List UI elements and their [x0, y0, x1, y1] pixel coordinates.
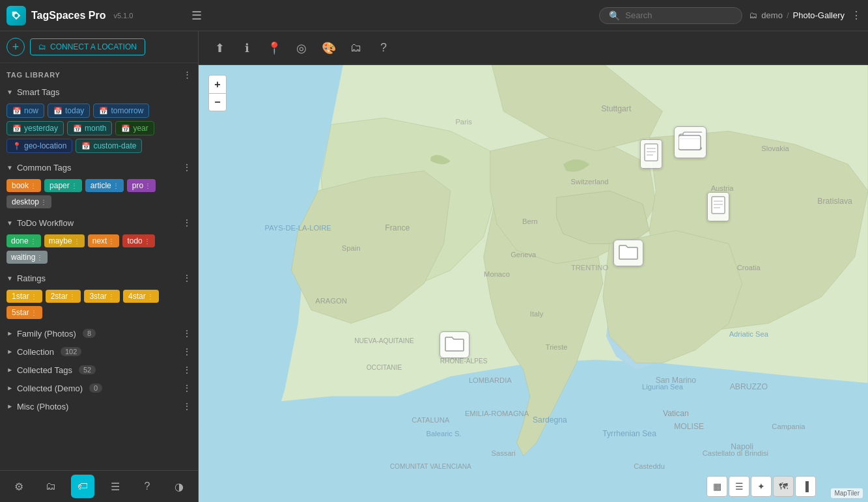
smart-tags-label: Smart Tags [17, 87, 60, 97]
misc-photos-menu-button[interactable]: ⋮ [182, 401, 191, 411]
settings-tab[interactable]: ⚙ [7, 475, 31, 498]
help-button[interactable]: ? [372, 36, 395, 60]
svg-rect-45 [712, 197, 725, 214]
breadcrumb-root[interactable]: demo [761, 10, 783, 20]
todo-workflow-section-header[interactable]: ▼ ToDo Workflow ⋮ [0, 214, 198, 232]
folder-tab[interactable]: 🗂 [39, 475, 63, 498]
collected-tags-chevron-icon: ▼ [6, 367, 13, 373]
folder-button[interactable]: 🗂 [344, 36, 368, 60]
sidebar-scroll: ▼ Smart Tags 📅now 📅today 📅tomorrow 📅yest… [0, 83, 198, 470]
search-bar: 🔍 [599, 7, 742, 24]
upload-button[interactable]: ⬆ [208, 36, 231, 60]
grid-view-button[interactable]: ▦ [707, 476, 727, 497]
map-container[interactable]: France Italy Spain Switzerland Austria C… [199, 65, 868, 502]
gallery-view-button[interactable]: ▐ [795, 476, 816, 497]
palette-button[interactable]: 🎨 [317, 36, 341, 60]
tag-waiting[interactable]: waiting ⋮ [7, 251, 48, 264]
section-misc-photos[interactable]: ▼ Misc (Photos) ⋮ [0, 397, 198, 415]
search-input[interactable] [625, 10, 733, 20]
list-tab[interactable]: ☰ [104, 475, 127, 498]
collection-count: 102 [61, 347, 81, 356]
target-button[interactable]: ◎ [290, 36, 313, 60]
tag-maybe[interactable]: maybe ⋮ [44, 234, 85, 247]
map-marker-cluster-1[interactable] [674, 126, 707, 158]
connect-location-button[interactable]: 🗂 CONNECT A LOCATION [30, 38, 145, 55]
tag-geo-location[interactable]: 📍geo-location [7, 139, 72, 153]
info-button[interactable]: ℹ [235, 36, 259, 60]
todo-workflow-menu-button[interactable]: ⋮ [182, 217, 191, 228]
location-button[interactable]: 📍 [262, 36, 286, 60]
map-zoom-out-button[interactable]: − [208, 93, 227, 111]
map-zoom-in-button[interactable]: + [208, 75, 227, 93]
map-marker-file-2[interactable] [707, 192, 729, 221]
tag-done[interactable]: done ⋮ [7, 234, 41, 247]
tag-yesterday[interactable]: 📅yesterday [7, 121, 64, 135]
section-collected-demo[interactable]: ▼ Collected (Demo) 0 ⋮ [0, 379, 198, 397]
ratings-section-header[interactable]: ▼ Ratings ⋮ [0, 269, 198, 287]
tag-next[interactable]: next ⋮ [88, 234, 120, 247]
sidebar-actions: + 🗂 CONNECT A LOCATION [0, 31, 198, 63]
tag-todo[interactable]: todo ⋮ [122, 234, 154, 247]
section-family-photos[interactable]: ▼ Family (Photos) 8 ⋮ [0, 324, 198, 342]
tag-5star[interactable]: 5star ⋮ [7, 306, 42, 319]
svg-text:Vatican: Vatican [663, 409, 689, 418]
tag-article[interactable]: article ⋮ [85, 179, 124, 192]
app-name: TagSpaces Pro [31, 10, 105, 21]
svg-text:Adriatic Sea: Adriatic Sea [729, 330, 769, 338]
svg-rect-43 [679, 135, 701, 150]
map-background: France Italy Spain Switzerland Austria C… [199, 65, 868, 502]
svg-text:Switzerland: Switzerland [571, 178, 609, 186]
add-button[interactable]: + [7, 38, 25, 56]
tag-3star[interactable]: 3star ⋮ [84, 290, 120, 303]
sidebar-toggle-button[interactable]: ☰ [189, 6, 204, 25]
svg-text:France: France [385, 223, 410, 232]
section-collected-tags[interactable]: ▼ Collected Tags 52 ⋮ [0, 361, 198, 379]
map-marker-folder-1[interactable] [613, 240, 643, 266]
tag-library-menu-button[interactable]: ⋮ [183, 70, 191, 79]
tag-today[interactable]: 📅today [48, 104, 90, 118]
tag-year[interactable]: 📅year [115, 121, 154, 135]
tag-custom-date[interactable]: 📅custom-date [76, 139, 142, 153]
map-view-button[interactable]: 🗺 [773, 476, 794, 497]
tag-2star[interactable]: 2star ⋮ [46, 290, 81, 303]
svg-text:OCCITANIE: OCCITANIE [367, 364, 402, 371]
tag-month[interactable]: 📅month [67, 121, 112, 135]
kanban-view-button[interactable]: ✦ [751, 476, 772, 497]
tag-4star[interactable]: 4star ⋮ [123, 290, 159, 303]
family-photos-menu-button[interactable]: ⋮ [182, 328, 191, 339]
ratings-label: Ratings [17, 273, 46, 283]
collected-tags-menu-button[interactable]: ⋮ [182, 365, 191, 375]
map-marker-folder-2[interactable] [440, 331, 469, 358]
tag-library-label: TAG LIBRARY [7, 71, 61, 79]
collected-demo-menu-button[interactable]: ⋮ [182, 383, 191, 393]
tag-tomorrow[interactable]: 📅tomorrow [93, 104, 149, 118]
section-collection[interactable]: ▼ Collection 102 ⋮ [0, 342, 198, 361]
tag-book[interactable]: book ⋮ [7, 179, 41, 192]
theme-tab[interactable]: ◑ [167, 475, 191, 498]
svg-text:Napoli: Napoli [731, 442, 753, 451]
ratings-menu-button[interactable]: ⋮ [182, 273, 191, 283]
svg-text:Geneva: Geneva [511, 251, 537, 258]
collection-menu-button[interactable]: ⋮ [182, 346, 191, 357]
tag-desktop[interactable]: desktop ⋮ [7, 195, 51, 208]
tags-tab[interactable]: 🏷 [71, 475, 94, 498]
list-view-button[interactable]: ☰ [729, 476, 749, 497]
help-tab[interactable]: ? [135, 475, 159, 498]
family-photos-count: 8 [83, 329, 96, 338]
svg-text:NUEVA-AQUITAINE: NUEVA-AQUITAINE [354, 337, 414, 344]
breadcrumb-menu-button[interactable]: ⋮ [851, 9, 861, 21]
svg-text:Stuttgart: Stuttgart [601, 104, 632, 113]
map-marker-file-1[interactable] [640, 139, 662, 169]
rating-tags-row: 1star ⋮ 2star ⋮ 3star ⋮ 4star ⋮ 5star ⋮ [0, 287, 198, 324]
tag-now[interactable]: 📅now [7, 104, 44, 118]
svg-text:Monaco: Monaco [484, 270, 510, 278]
smart-tags-section-header[interactable]: ▼ Smart Tags [0, 83, 198, 101]
tag-pro[interactable]: pro ⋮ [127, 179, 156, 192]
tag-paper[interactable]: paper ⋮ [44, 179, 82, 192]
common-tags-menu-button[interactable]: ⋮ [182, 162, 191, 173]
tag-1star[interactable]: 1star ⋮ [7, 290, 42, 303]
svg-point-0 [14, 14, 18, 17]
common-tags-section-header[interactable]: ▼ Common Tags ⋮ [0, 158, 198, 176]
collected-tags-label: Collected Tags [17, 365, 72, 375]
main-layout: + 🗂 CONNECT A LOCATION TAG LIBRARY ⋮ ▼ S… [0, 31, 868, 502]
